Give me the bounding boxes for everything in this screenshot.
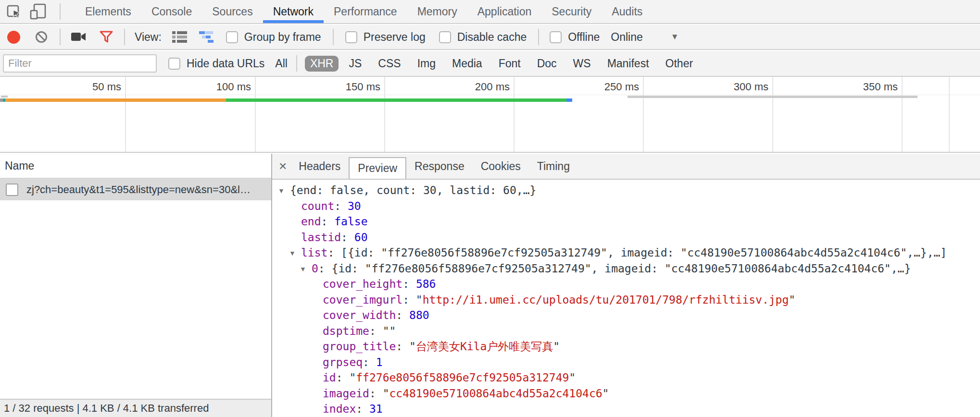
preview-tree-line[interactable]: count: 30: [272, 198, 980, 214]
timeline-tick-label: 200 ms: [438, 81, 510, 93]
record-icon[interactable]: [7, 31, 20, 44]
json-token-key: cover_width: [323, 309, 396, 321]
screenshot-camera-icon[interactable]: [71, 31, 87, 43]
toolbar-separator: [296, 55, 297, 72]
preview-tree-line[interactable]: grpseq: 1: [272, 355, 980, 370]
filter-type-xhr[interactable]: XHR: [305, 56, 339, 72]
tab-security[interactable]: Security: [541, 0, 602, 23]
timeline-gridline: [125, 77, 126, 152]
clear-icon[interactable]: [35, 30, 48, 44]
json-token-plain: :: [341, 231, 354, 244]
tab-response[interactable]: Response: [406, 154, 473, 179]
json-token-num: 1: [376, 356, 383, 368]
preview-tree-line[interactable]: id: "ff276e8056f58896e7cf92505a312749": [272, 370, 980, 386]
preview-tree-line[interactable]: end: false: [272, 214, 980, 230]
throttling-select[interactable]: Online: [611, 31, 642, 44]
preserve-log-checkbox[interactable]: [345, 31, 357, 43]
json-token-key: index: [323, 403, 356, 415]
requests-panel: Name zj?ch=beauty&t1=595&listtype=new&sn…: [0, 154, 272, 417]
tabbar-icons: [0, 0, 66, 23]
json-token-plain: :: [402, 278, 416, 290]
json-token-plain: ": [569, 371, 576, 384]
toolbar-separator: [124, 29, 125, 45]
preview-tree-line[interactable]: index: 31: [272, 401, 980, 417]
status-bar: 1 / 32 requests | 4.1 KB / 4.1 KB transf…: [0, 399, 271, 417]
tab-preview[interactable]: Preview: [349, 157, 406, 179]
disable-cache-checkbox[interactable]: [439, 31, 451, 43]
device-toolbar-icon[interactable]: [29, 2, 47, 21]
filter-input[interactable]: [3, 54, 157, 73]
chevron-down-icon[interactable]: ▼: [671, 32, 679, 42]
json-token-key: grpseq: [323, 356, 363, 368]
expand-arrow-icon[interactable]: ▼: [300, 261, 312, 277]
tab-application[interactable]: Application: [467, 0, 542, 23]
json-token-plain: :: [356, 403, 369, 415]
ruler-hairline: [0, 95, 980, 95]
tab-timing[interactable]: Timing: [529, 154, 578, 179]
timeline-gridline: [902, 77, 903, 152]
json-token-plain: ": [553, 340, 560, 353]
name-column-header[interactable]: Name: [0, 154, 271, 179]
filter-type-css[interactable]: CSS: [373, 56, 406, 72]
tab-network[interactable]: Network: [263, 0, 324, 23]
tab-sources[interactable]: Sources: [202, 0, 263, 23]
filter-type-other[interactable]: Other: [660, 56, 699, 72]
filter-type-ws[interactable]: WS: [568, 56, 596, 72]
timeline-gridline: [384, 77, 385, 152]
json-token-num: 586: [416, 278, 436, 290]
tab-audits[interactable]: Audits: [602, 0, 653, 23]
network-panels: Name zj?ch=beauty&t1=595&listtype=new&sn…: [0, 154, 980, 417]
preview-tree-line[interactable]: cover_width: 880: [272, 307, 980, 323]
tab-headers[interactable]: Headers: [290, 154, 349, 179]
tab-elements[interactable]: Elements: [75, 0, 141, 23]
preview-tree-line[interactable]: ▼{end: false, count: 30, lastid: 60,…}: [272, 183, 980, 198]
request-row-checkbox[interactable]: [6, 184, 18, 196]
filter-funnel-icon[interactable]: [99, 30, 113, 44]
preview-tree-line[interactable]: ▼0: {id: "ff276e8056f58896e7cf92505a3127…: [272, 261, 980, 277]
json-token-num: 30: [348, 200, 361, 212]
expand-arrow-icon[interactable]: ▼: [278, 183, 290, 199]
timeline-gridline: [514, 77, 515, 152]
disable-cache-label: Disable cache: [457, 31, 527, 44]
expand-arrow-icon[interactable]: ▼: [289, 245, 301, 261]
filter-type-manifest[interactable]: Manifest: [602, 56, 654, 72]
offline-checkbox[interactable]: [550, 31, 562, 43]
toolbar-separator: [333, 29, 334, 45]
filter-type-doc[interactable]: Doc: [532, 56, 562, 72]
filter-type-all[interactable]: All: [275, 57, 288, 70]
preview-tree-line[interactable]: ▼list: [{id: "ff276e8056f58896e7cf92505a…: [272, 245, 980, 261]
large-rows-view-icon[interactable]: [172, 31, 188, 43]
request-name: zj?ch=beauty&t1=595&listtype=new&sn=30&l…: [26, 184, 251, 196]
preview-json-tree: ▼{end: false, count: 30, lastid: 60,…}co…: [272, 180, 980, 417]
group-by-frame-checkbox[interactable]: [226, 31, 238, 43]
filter-type-js[interactable]: JS: [343, 56, 367, 72]
network-toolbar: View: Group by frame Preserve log Disabl…: [0, 25, 980, 50]
preview-tree-line[interactable]: cover_imgurl: "http://i1.umei.cc/uploads…: [272, 292, 980, 308]
preview-tree-line[interactable]: imageid: "cc48190e57100864abc4d55a2c4104…: [272, 386, 980, 402]
inspect-element-icon[interactable]: [6, 3, 22, 20]
timeline-gridline: [949, 77, 950, 152]
overview-timeline[interactable]: 50 ms100 ms150 ms200 ms250 ms300 ms350 m…: [0, 77, 980, 153]
toolbar-separator: [60, 29, 61, 45]
timeline-tick-label: 250 ms: [567, 81, 639, 93]
preview-tree-line[interactable]: cover_height: 586: [272, 276, 980, 292]
show-overview-waterfall-icon[interactable]: [199, 31, 214, 43]
tab-cookies[interactable]: Cookies: [473, 154, 529, 179]
json-token-key: lastid: [301, 231, 341, 244]
pending-request-bar: [628, 96, 917, 98]
tab-memory[interactable]: Memory: [407, 0, 467, 23]
preview-tree-line[interactable]: group_title: "台湾美女Kila户外唯美写真": [272, 339, 980, 355]
filter-type-img[interactable]: Img: [412, 56, 441, 72]
main-bar-waiting-orange: [5, 98, 226, 102]
json-token-key: id: [323, 371, 336, 384]
close-icon[interactable]: ×: [279, 154, 287, 179]
hide-data-urls-checkbox[interactable]: [168, 58, 180, 70]
preview-tree-line[interactable]: lastid: 60: [272, 230, 980, 245]
view-label: View:: [135, 31, 162, 44]
table-row[interactable]: zj?ch=beauty&t1=595&listtype=new&sn=30&l…: [0, 179, 271, 200]
filter-type-media[interactable]: Media: [447, 56, 488, 72]
preview-tree-line[interactable]: dsptime: "": [272, 323, 980, 339]
tab-console[interactable]: Console: [141, 0, 202, 23]
tab-performance[interactable]: Performance: [324, 0, 407, 23]
filter-type-font[interactable]: Font: [493, 56, 526, 72]
